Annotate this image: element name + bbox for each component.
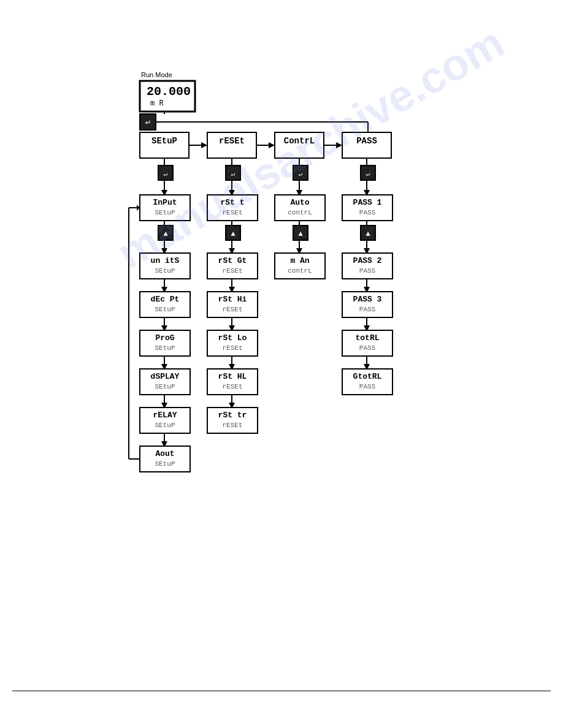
svg-text:totRL: totRL [355,333,379,343]
svg-rect-43 [158,226,173,240]
svg-marker-102 [229,364,235,370]
svg-rect-119 [275,253,325,279]
bottom-divider [12,691,551,691]
svg-rect-22 [293,165,308,180]
svg-rect-80 [207,195,258,221]
svg-marker-39 [364,190,370,196]
svg-marker-57 [161,325,167,332]
svg-text:▲: ▲ [163,230,168,238]
svg-text:Aout: Aout [155,449,174,458]
svg-text:▲: ▲ [231,230,236,238]
svg-marker-87 [229,248,235,254]
svg-marker-118 [296,248,302,254]
svg-marker-139 [364,325,370,332]
svg-rect-108 [207,408,258,433]
svg-marker-30 [161,190,167,196]
svg-text:20.000: 20.000 [147,85,191,99]
svg-marker-33 [229,190,235,196]
svg-text:PASS 3: PASS 3 [353,295,382,304]
svg-rect-0 [140,114,156,130]
svg-text:PASS 2: PASS 2 [353,256,382,265]
svg-text:▲: ▲ [298,230,303,238]
svg-rect-58 [140,330,190,356]
svg-marker-47 [161,248,167,254]
svg-rect-93 [207,292,258,317]
svg-text:PASS: PASS [356,136,377,146]
svg-text:SEtuP: SEtuP [155,383,175,390]
svg-rect-26 [158,165,173,180]
svg-marker-15 [336,142,342,148]
page: manualsarchive.com ↩ SEtuP rESEt ContrL [0,0,563,728]
svg-rect-48 [140,253,190,279]
svg-rect-18 [158,165,173,180]
svg-text:rESEt: rESEt [222,383,242,390]
svg-text:SEtuP: SEtuP [155,422,175,429]
svg-rect-16 [342,132,391,158]
svg-marker-52 [161,287,167,293]
svg-text:PASS: PASS [359,267,376,275]
svg-text:rELAY: rELAY [153,411,177,420]
svg-rect-4 [140,132,189,158]
svg-marker-36 [296,190,302,196]
svg-marker-67 [161,403,167,409]
svg-marker-134 [364,287,370,293]
svg-rect-140 [342,330,393,356]
svg-text:ContrL: ContrL [284,136,315,146]
svg-marker-92 [229,287,235,293]
svg-text:rESEt: rESEt [222,344,242,352]
svg-text:Auto: Auto [290,198,309,207]
svg-text:SEtuP: SEtuP [155,306,175,313]
svg-text:InPut: InPut [153,198,177,207]
svg-text:rESEt: rESEt [222,267,242,275]
svg-rect-83 [226,226,240,240]
svg-text:↵: ↵ [299,170,303,178]
svg-text:rSt Lo: rSt Lo [218,333,247,343]
svg-text:↵: ↵ [231,170,236,178]
svg-text:m R: m R [150,99,164,108]
svg-text:rSt Gt: rSt Gt [218,256,247,265]
svg-rect-145 [342,369,393,395]
svg-text:rESEt: rESEt [222,422,242,429]
flowchart-svg: ↩ SEtuP rESEt ContrL PASS ▲ ↵ [0,0,563,674]
svg-text:SEtuP: SEtuP [155,344,175,352]
svg-rect-8 [207,132,256,158]
svg-marker-129 [364,248,370,254]
svg-marker-79 [137,205,140,211]
svg-text:contrL: contrL [288,209,312,216]
svg-text:PASS: PASS [359,209,376,216]
svg-text:GtotRL: GtotRL [353,372,382,381]
svg-text:rSt Hi: rSt Hi [218,295,247,304]
svg-rect-103 [207,369,258,395]
svg-text:rESEt: rESEt [222,209,242,216]
svg-marker-97 [229,325,235,332]
svg-rect-114 [293,226,308,240]
svg-rect-12 [275,132,324,158]
svg-marker-11 [269,142,275,148]
svg-text:▲: ▲ [163,170,168,178]
svg-rect-40 [140,195,190,221]
svg-rect-125 [361,226,375,240]
svg-text:PASS 1: PASS 1 [353,198,382,207]
svg-marker-7 [201,142,207,148]
svg-rect-53 [140,292,190,317]
svg-text:dSPLAY: dSPLAY [151,372,180,381]
svg-text:rESEt: rESEt [219,136,245,146]
svg-text:PASS: PASS [359,344,376,352]
svg-marker-62 [161,364,167,370]
svg-text:ProG: ProG [155,333,174,343]
svg-text:▲: ▲ [366,230,370,238]
svg-rect-111 [275,195,325,221]
svg-rect-130 [342,253,393,279]
svg-text:dEc Pt: dEc Pt [151,295,180,304]
svg-text:SEtuP: SEtuP [155,267,175,275]
svg-text:SEtuP: SEtuP [151,136,177,146]
svg-rect-98 [207,330,258,356]
svg-text:rSt t: rSt t [220,198,244,207]
svg-rect-63 [140,369,190,395]
svg-rect-20 [226,165,240,180]
svg-text:PASS: PASS [359,383,376,390]
svg-marker-107 [229,403,235,409]
svg-text:rSt HL: rSt HL [218,372,247,381]
svg-marker-72 [161,441,167,447]
svg-text:SEtuP: SEtuP [155,460,175,468]
